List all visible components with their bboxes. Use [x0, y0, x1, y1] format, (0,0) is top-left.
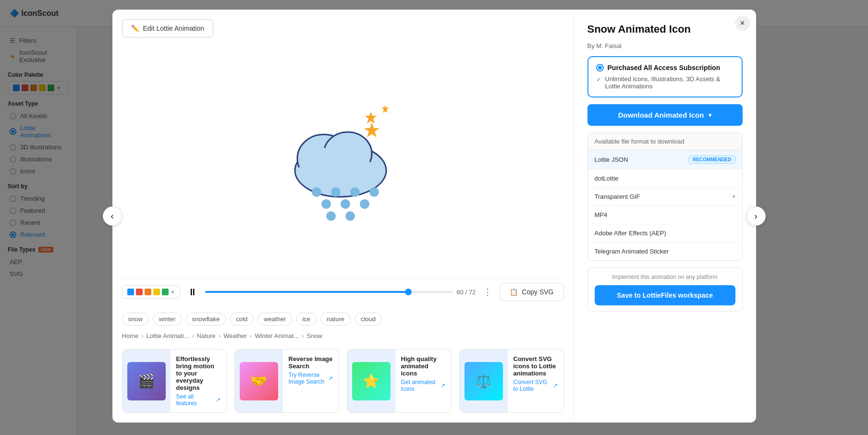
feature-card-motion: 🎬 Effortlessly bring motion to your ever…: [122, 349, 227, 413]
download-animated-icon-button[interactable]: Download Animated Icon ▾: [587, 104, 743, 126]
format-section: Available file format to download Lottie…: [587, 133, 743, 261]
breadcrumb-sep3: ›: [219, 332, 220, 339]
card-img-motion: 🎬: [122, 350, 171, 412]
breadcrumb: Home › Lottie Animati... › Nature › Weat…: [122, 332, 564, 339]
tag-cold[interactable]: cold: [230, 313, 254, 326]
color-chevron-icon: ▼: [171, 290, 175, 295]
svg-point-13: [341, 199, 350, 209]
format-telegram-label: Telegram Animated Sticker: [595, 248, 669, 255]
card-img-animated: ⭐: [347, 350, 395, 412]
breadcrumb-nature[interactable]: Nature: [197, 332, 216, 339]
save-section: Implement this animation on any platform…: [587, 267, 743, 312]
tag-ice[interactable]: ice: [296, 313, 317, 326]
tag-winter[interactable]: winter: [153, 313, 182, 326]
breadcrumb-sep4: ›: [250, 332, 252, 339]
subscription-desc: ✓ Unlimited Icons, Illustrations, 3D Ass…: [596, 75, 734, 90]
format-dotlottie-label: dotLottie: [595, 175, 619, 182]
card-body-animated: High quality animated icons Get animated…: [395, 350, 451, 412]
play-pause-button[interactable]: ⏸: [186, 285, 199, 300]
modal-overlay[interactable]: ‹ › × ✏️ Edit Lottie Animation: [0, 0, 868, 435]
format-lottie-json-label: Lottie JSON: [595, 156, 628, 163]
download-chevron-icon: ▾: [709, 112, 711, 119]
breadcrumb-winter[interactable]: Winter Animat...: [255, 332, 299, 339]
svg-marker-2: [381, 105, 389, 113]
arrow-icon-2: ↗: [328, 375, 333, 382]
format-lottie-json[interactable]: Lottie JSON RECOMMENDED: [588, 150, 742, 169]
feature-card-reverse: 🤝 Reverse Image Search Try Reverse Image…: [234, 349, 339, 413]
cb-red: [136, 289, 143, 295]
tag-cloud[interactable]: cloud: [355, 313, 382, 326]
svg-point-10: [350, 187, 360, 197]
card-link-motion-text: See all features: [176, 393, 214, 407]
frame-count: 60 / 72: [457, 289, 476, 296]
feature-card-animated: ⭐ High quality animated icons Get animat…: [347, 349, 452, 413]
subscription-radio: [596, 64, 604, 72]
tag-snow[interactable]: snow: [122, 313, 149, 326]
card-body-motion: Effortlessly bring motion to your everyd…: [171, 350, 226, 412]
svg-point-11: [369, 187, 379, 197]
tags-row: snow winter snowflake cold weather ice n…: [122, 313, 564, 326]
tag-weather[interactable]: weather: [257, 313, 292, 326]
format-telegram[interactable]: Telegram Animated Sticker: [588, 242, 742, 260]
card-link-convert[interactable]: Convert SVG to Lottie ↗: [513, 379, 558, 392]
format-dotlottie[interactable]: dotLottie: [588, 169, 742, 188]
recommended-badge: RECOMMENDED: [689, 156, 735, 164]
save-to-lottiefiles-button[interactable]: Save to LottieFiles workspace: [595, 285, 735, 305]
card-link-reverse-text: Try Reverse Image Search: [289, 372, 326, 385]
feature-card-convert: ⚖️ Convert SVG icons to Lottie animation…: [459, 349, 564, 413]
color-picker[interactable]: ▼: [122, 285, 181, 299]
author-line: By M. Faisal: [587, 42, 743, 49]
implement-text: Implement this animation on any platform: [595, 274, 735, 280]
modal-left-panel: ✏️ Edit Lottie Animation: [112, 10, 574, 423]
copy-svg-button[interactable]: 📋 Copy SVG: [500, 283, 563, 301]
card-title-reverse: Reverse Image Search: [289, 355, 333, 370]
prev-modal-button[interactable]: ‹: [103, 206, 122, 226]
progress-container[interactable]: 60 / 72: [205, 289, 476, 296]
breadcrumb-home[interactable]: Home: [122, 332, 139, 339]
tag-snowflake[interactable]: snowflake: [186, 313, 226, 326]
format-gif-label: Transparent GIF: [595, 193, 640, 200]
tag-nature[interactable]: nature: [320, 313, 351, 326]
modal: × ✏️ Edit Lottie Animation: [112, 10, 756, 423]
modal-wrapper: ‹ › × ✏️ Edit Lottie Animation: [112, 10, 756, 423]
format-mp4-label: MP4: [595, 211, 608, 218]
arrow-icon-3: ↗: [440, 382, 445, 389]
subscription-desc-text: Unlimited Icons, Illustrations, 3D Asset…: [605, 75, 734, 90]
card-img-reverse: 🤝: [235, 350, 283, 412]
playback-bar: ▼ ⏸ 60 / 72 ⋮: [122, 278, 564, 305]
breadcrumb-sep5: ›: [302, 332, 304, 339]
card-img-convert: ⚖️: [460, 350, 508, 412]
format-gif[interactable]: Transparent GIF ▾: [588, 188, 742, 206]
close-button[interactable]: ×: [735, 15, 750, 31]
card-link-animated[interactable]: Get animated icons ↗: [401, 379, 445, 392]
animation-preview: [122, 37, 564, 275]
cb-orange: [145, 289, 151, 295]
edit-lottie-button[interactable]: ✏️ Edit Lottie Animation: [122, 19, 214, 37]
progress-fill: [205, 291, 408, 293]
card-link-reverse[interactable]: Try Reverse Image Search ↗: [289, 372, 333, 385]
breadcrumb-snow[interactable]: Snow: [306, 332, 322, 339]
svg-point-7: [298, 148, 349, 172]
arrow-icon-4: ↗: [553, 382, 558, 389]
breadcrumb-sep1: ›: [141, 332, 143, 339]
more-options-button[interactable]: ⋮: [481, 285, 494, 299]
next-modal-button[interactable]: ›: [746, 206, 766, 226]
format-mp4[interactable]: MP4: [588, 206, 742, 224]
card-body-reverse: Reverse Image Search Try Reverse Image S…: [283, 350, 339, 412]
progress-track[interactable]: [205, 291, 452, 293]
breadcrumb-weather[interactable]: Weather: [223, 332, 247, 339]
modal-right-panel: Snow Animated Icon By M. Faisal Purchase…: [574, 10, 756, 423]
snow-animation-svg: [266, 79, 420, 233]
cb-green: [162, 289, 169, 295]
format-aep[interactable]: Adobe After Effects (AEP): [588, 224, 742, 242]
svg-point-15: [326, 211, 336, 221]
svg-point-9: [331, 187, 341, 197]
modal-title: Snow Animated Icon: [587, 23, 743, 36]
edit-button-label: Edit Lottie Animation: [143, 24, 205, 32]
card-link-motion[interactable]: See all features ↗: [176, 393, 220, 407]
progress-thumb: [405, 289, 412, 295]
format-header: Available file format to download: [588, 133, 742, 150]
feature-cards: 🎬 Effortlessly bring motion to your ever…: [122, 349, 564, 413]
background-page: 🔷 IconScout ☰ Filters ★ IconScout Exclus…: [0, 0, 868, 435]
breadcrumb-lottie[interactable]: Lottie Animati...: [147, 332, 189, 339]
